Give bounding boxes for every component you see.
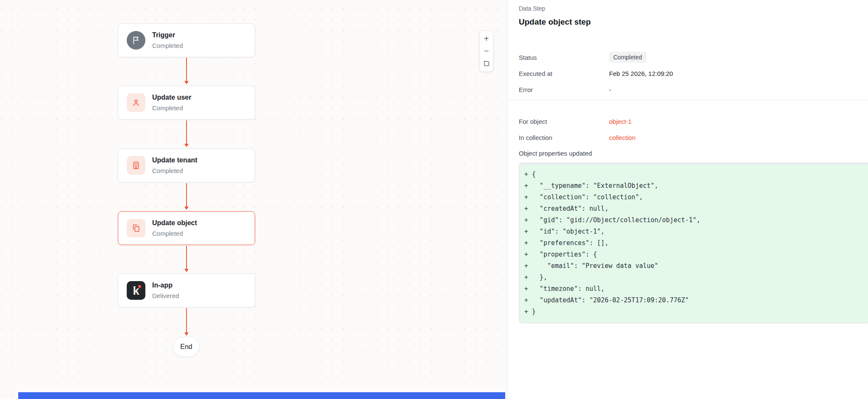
error-value: -: [609, 86, 868, 93]
flow-arrow: [186, 246, 187, 269]
object-diff-block: + { + "__typename": "ExternalObject", + …: [519, 162, 868, 323]
node-title: In-app: [152, 281, 179, 290]
flow-arrow: [186, 58, 187, 81]
fit-view-button[interactable]: [480, 57, 493, 70]
node-update-user[interactable]: Update user Completed: [118, 86, 255, 120]
flow-arrow: [186, 183, 187, 207]
error-row: Error -: [519, 84, 868, 95]
zoom-out-button[interactable]: −: [480, 45, 493, 57]
node-in-app[interactable]: k In-app Delivered: [118, 273, 255, 307]
node-trigger[interactable]: Trigger Completed: [118, 23, 255, 57]
in-collection-value[interactable]: collection: [609, 134, 868, 141]
object-rows: For object object-1 In collection collec…: [507, 116, 868, 159]
fit-view-icon: [483, 60, 490, 67]
node-update-tenant[interactable]: Update tenant Completed: [118, 148, 255, 182]
building-icon: [127, 156, 145, 175]
executed-at-label: Executed at: [519, 70, 609, 77]
copy-icon: [127, 219, 145, 237]
user-icon: [127, 93, 145, 112]
node-status: Completed: [152, 42, 183, 50]
node-title: Trigger: [152, 31, 183, 39]
for-object-row: For object object-1: [519, 116, 868, 127]
panel-eyebrow: Data Step: [507, 4, 868, 13]
in-collection-row: In collection collection: [519, 132, 868, 143]
for-object-value[interactable]: object-1: [609, 118, 868, 125]
status-row: Status Completed: [519, 52, 868, 63]
step-detail-panel: Data Step Update object step Status Comp…: [507, 0, 868, 399]
flag-icon: [127, 31, 145, 50]
workflow-debugger: Trigger Completed Update user Completed …: [0, 0, 868, 399]
zoom-in-button[interactable]: +: [480, 33, 493, 45]
knock-logo: k: [127, 281, 145, 300]
diff-heading: Object properties updated: [519, 148, 868, 159]
node-status: Completed: [152, 230, 197, 237]
status-label: Status: [519, 54, 609, 61]
node-title: Update object: [152, 219, 197, 227]
page-title: Update object step: [507, 16, 868, 28]
node-end[interactable]: End: [173, 337, 200, 357]
node-status: Delivered: [152, 292, 179, 300]
in-collection-label: In collection: [519, 134, 609, 141]
diff-code: + { + "__typename": "ExternalObject", + …: [524, 169, 860, 318]
node-title: Update tenant: [152, 156, 198, 165]
error-label: Error: [519, 86, 609, 93]
step-meta-rows: Status Completed Executed at Feb 25 2026…: [507, 52, 868, 95]
for-object-label: For object: [519, 118, 609, 125]
canvas-horizontal-scrollbar[interactable]: [18, 392, 505, 399]
node-status: Completed: [152, 167, 198, 175]
node-title: Update user: [152, 93, 191, 102]
executed-at-row: Executed at Feb 25 2026, 12:09:20: [519, 68, 868, 79]
workflow-canvas[interactable]: Trigger Completed Update user Completed …: [0, 0, 507, 399]
knock-logo-dot: [138, 285, 141, 288]
panel-divider: [507, 100, 868, 100]
canvas-zoom-controls: + −: [479, 31, 493, 72]
executed-at-value: Feb 25 2026, 12:09:20: [609, 70, 868, 77]
flow-arrow: [186, 120, 187, 144]
status-badge: Completed: [609, 52, 646, 63]
flow-arrow: [186, 308, 187, 333]
node-update-object[interactable]: Update object Completed: [118, 211, 255, 245]
node-status: Completed: [152, 104, 191, 112]
